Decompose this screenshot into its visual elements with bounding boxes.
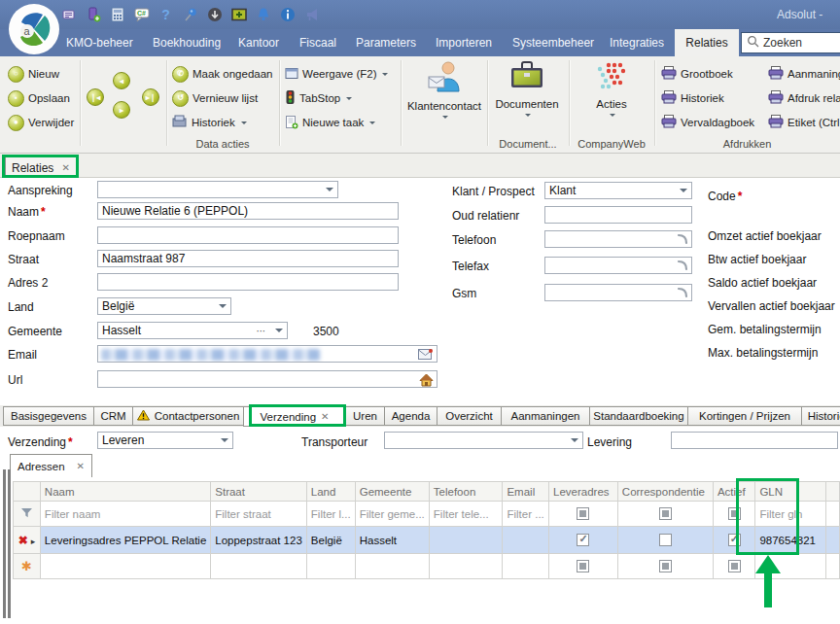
menu-item-parameters[interactable]: Parameters (350, 29, 422, 56)
afdruk-relatie-print-button[interactable]: Afdruk relatie (768, 88, 840, 108)
cell-straat[interactable]: Loppepstraat 123 (211, 527, 307, 554)
oud-relatienr-input[interactable] (544, 206, 692, 224)
cell-telefoon[interactable] (429, 527, 503, 554)
next-record-button[interactable]: ▸ (113, 101, 130, 119)
device-add-icon[interactable] (85, 7, 101, 23)
close-icon[interactable]: ✕ (77, 461, 85, 471)
column-header-telefoon[interactable]: Telefoon (429, 482, 503, 502)
levering-input[interactable] (671, 432, 838, 449)
close-icon[interactable]: ✕ (321, 411, 329, 422)
search-input[interactable]: Zoeken (741, 32, 840, 53)
new-leveradres-checkbox[interactable] (549, 554, 618, 579)
filter-telefoon-input[interactable]: Filter tele... (429, 502, 503, 527)
news-icon[interactable] (60, 7, 77, 23)
tab-relaties-document[interactable]: Relaties ✕ (5, 156, 77, 178)
gsm-input[interactable] (544, 284, 692, 301)
column-header-naam[interactable]: Naam (40, 482, 210, 502)
tab-uren[interactable]: Uren (345, 406, 385, 426)
gemeente-select[interactable]: Hasselt⋯ (97, 322, 288, 339)
subtab-adressen-active[interactable]: Adressen ✕ (10, 454, 92, 477)
adres2-input[interactable] (97, 273, 399, 291)
splitter-handle[interactable] (8, 469, 11, 618)
help-icon[interactable]: ? (158, 7, 174, 23)
new-correspondentie-checkbox[interactable] (617, 554, 713, 579)
column-header-gln[interactable]: GLN (755, 482, 825, 502)
cell-leveradres-checkbox[interactable]: ✓ (549, 527, 618, 554)
klantencontact-button[interactable]: Klantencontact (401, 60, 488, 134)
download-icon[interactable] (206, 7, 223, 23)
land-select[interactable]: België (97, 297, 231, 315)
column-header-land[interactable]: Land (306, 482, 355, 502)
menu-item-relaties-active[interactable]: Relaties (675, 29, 739, 56)
tab-historiek[interactable]: Historiek (801, 406, 840, 426)
weergave-button[interactable]: Weergave (F2) (285, 64, 388, 84)
last-record-button[interactable]: ▸❘ (142, 88, 159, 106)
nieuwe-taak-button[interactable]: Nieuwe taak (285, 113, 375, 132)
telefax-input[interactable] (544, 257, 692, 274)
etiket-print-button[interactable]: Etiket (Ctrl+S (768, 113, 840, 132)
new-actief-checkbox[interactable] (713, 554, 754, 579)
url-input[interactable] (97, 370, 438, 388)
delete-row-icon[interactable]: ✖ (18, 534, 28, 547)
cell-land[interactable]: België (306, 527, 355, 554)
cell-gln[interactable]: 987654321 (755, 527, 825, 554)
menu-item-boekhouding[interactable]: Boekhouding (147, 29, 227, 56)
filter-email-input[interactable]: Filter ... (503, 502, 549, 527)
telefoon-input[interactable] (544, 230, 692, 248)
vervaldagboek-print-button[interactable]: Vervaldagboek (661, 113, 754, 132)
column-header-gemeente[interactable]: Gemeente (355, 482, 429, 502)
verzending-select[interactable]: Leveren (97, 432, 233, 449)
calculator-icon[interactable] (109, 7, 125, 23)
tab-agenda[interactable]: Agenda (384, 406, 438, 426)
transporteur-select[interactable] (384, 432, 583, 449)
documenten-button[interactable]: Documenten (485, 60, 569, 134)
filter-straat-input[interactable]: Filter straat (211, 502, 307, 527)
menu-item-importeren[interactable]: Importeren (430, 29, 498, 56)
notifications-icon[interactable] (255, 7, 271, 23)
filter-land-input[interactable]: Filter l... (306, 502, 355, 527)
column-header-straat[interactable]: Straat (211, 482, 307, 502)
roepnaam-input[interactable] (97, 226, 399, 244)
pin-icon[interactable] (182, 7, 198, 23)
acties-button[interactable]: Acties (571, 60, 652, 134)
previous-record-button[interactable]: ◂ (113, 72, 130, 89)
maak-ongedaan-button[interactable]: ✆Maak ongedaan (172, 64, 272, 84)
grid-new-row[interactable]: ✱ (14, 554, 840, 579)
tab-aanmaningen[interactable]: Aanmaningen (501, 406, 590, 426)
tab-contactpersonen[interactable]: Contactpersonen (132, 406, 244, 426)
gemeente-lookup-button[interactable]: ⋯ (254, 324, 269, 337)
aanspreking-select[interactable] (97, 181, 338, 198)
close-icon[interactable]: ✕ (62, 162, 70, 173)
historiek-print-button[interactable]: Historiek (661, 88, 724, 108)
column-header-correspondentie[interactable]: Correspondentie (617, 482, 713, 502)
filter-icon[interactable] (14, 502, 41, 527)
info-icon[interactable] (279, 7, 296, 23)
grid-data-row-selected[interactable]: ✖▸ Leveringsadres PEPPOL Relatie Loppeps… (14, 527, 840, 554)
filter-gln-input[interactable]: Filter gln (755, 502, 825, 527)
column-header-email[interactable]: Email (503, 482, 549, 502)
home-icon[interactable] (419, 373, 434, 388)
nieuw-button[interactable]: ○Nieuw (8, 64, 59, 84)
tab-crm[interactable]: CRM (93, 406, 133, 426)
menu-item-fiscaal[interactable]: Fiscaal (294, 29, 342, 56)
naam-input[interactable]: Nieuwe Relatie 6 (PEPPOL) (97, 202, 399, 220)
cell-correspondentie-checkbox[interactable] (617, 527, 713, 554)
cell-gemeente[interactable]: Hasselt (355, 527, 429, 554)
tab-verzending-active[interactable]: Verzending✕ (243, 406, 346, 427)
menu-item-kmo-beheer[interactable]: KMO-beheer (60, 29, 139, 56)
historiek-button[interactable]: Historiek (172, 113, 247, 132)
email-input[interactable] (97, 345, 438, 363)
opslaan-button[interactable]: ▪Opslaan (8, 88, 70, 108)
tab-overzicht[interactable]: Overzicht (437, 406, 502, 426)
aanmaningen-print-button[interactable]: Aanmaningen (768, 64, 840, 84)
mail-icon[interactable] (418, 348, 434, 363)
tab-basisgegevens[interactable]: Basisgegevens (3, 406, 94, 426)
filter-gemeente-input[interactable]: Filter geme... (355, 502, 429, 527)
cell-email[interactable] (503, 527, 549, 554)
column-header-leveradres[interactable]: Leveradres (549, 482, 618, 502)
filter-leveradres-checkbox[interactable] (549, 502, 618, 527)
splitter-handle[interactable] (3, 469, 6, 618)
cell-actief-checkbox[interactable]: ✓ (713, 527, 754, 554)
menu-item-integraties[interactable]: Integraties (604, 29, 670, 56)
filter-actief-checkbox[interactable] (713, 502, 754, 527)
